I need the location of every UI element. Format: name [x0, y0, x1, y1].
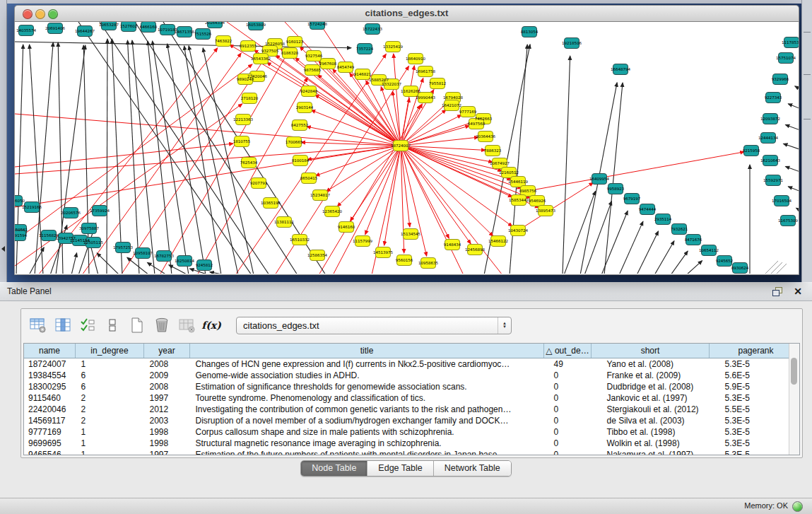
column-header[interactable]: name — [24, 344, 76, 358]
window-titlebar[interactable]: citations_edges.txt — [14, 5, 799, 22]
graph-node-label: 2718120 — [241, 96, 259, 100]
graph-node-label: 18640910 — [406, 57, 425, 61]
graph-node-label: 9146160 — [338, 225, 355, 229]
rows-icon[interactable] — [102, 316, 122, 334]
graph-node-label: 10674927 — [490, 161, 510, 165]
graph-node-label: 9890248 — [237, 77, 254, 81]
column-header[interactable]: △ out_de… — [544, 344, 592, 358]
citation-edge-black — [788, 104, 799, 112]
graph-node-label: 9391594 — [15, 233, 28, 238]
citation-edge-black — [686, 261, 702, 274]
graph-node-label: 7625434 — [240, 160, 258, 165]
graph-node-label: 19990443 — [416, 95, 435, 100]
graph-node-label: 12093872 — [760, 117, 780, 121]
float-panel-icon[interactable] — [772, 287, 782, 296]
graph-node-label: 12213363 — [233, 117, 253, 122]
graph-node-label: 14513975 — [373, 250, 393, 255]
graph-node-label: 6466160 — [140, 25, 158, 29]
graph-node-label: 11178534 — [782, 40, 799, 45]
graph-node-label: 9327505 — [261, 49, 279, 53]
graph-node-label: 1810755 — [233, 139, 251, 144]
citation-edge-black — [796, 208, 799, 215]
graph-node-label: 9207791 — [250, 181, 268, 185]
graph-node-label: 2967608 — [319, 62, 337, 66]
node-attribute-grid: namein_degreeyeartitle△ out_de…shortpage… — [24, 344, 800, 455]
table-select-value: citations_edges.txt — [237, 320, 319, 331]
table-toolbar-box: f(x) citations_edges.txt ▲▼ namein_degre… — [20, 308, 803, 458]
memory-status-indicator — [792, 501, 803, 512]
tab-network-table[interactable]: Network Table — [434, 461, 511, 476]
new-file-icon[interactable] — [127, 316, 147, 334]
table-row[interactable]: 1456911722003Disruption of a novel membe… — [24, 415, 800, 426]
table-select-dropdown[interactable]: citations_edges.txt ▲▼ — [236, 317, 512, 334]
graph-node-label: 9148434 — [444, 243, 461, 247]
citation-graph[interactable]: 1872400774638228912355152260589327505818… — [15, 22, 799, 274]
citation-edge-black — [30, 45, 43, 274]
citation-edge-black — [107, 39, 107, 274]
graph-node-label: 12365420 — [322, 209, 342, 214]
graph-node-label: 8454749 — [337, 65, 355, 69]
close-panel-icon[interactable]: ✕ — [794, 285, 802, 298]
graph-node-label: 8813054 — [521, 30, 539, 34]
column-header[interactable]: pagerank — [710, 344, 801, 358]
graph-node-label: 13895473 — [536, 209, 555, 213]
delete-trash-icon[interactable] — [152, 316, 172, 334]
column-header[interactable]: title — [190, 344, 544, 358]
graph-node-label: 9350561 — [15, 228, 28, 232]
graph-node-label: 2903144 — [296, 105, 314, 110]
graph-node-label: 11381111 — [274, 220, 294, 224]
graph-node-label: 11675309 — [778, 218, 798, 223]
citation-edge-red — [311, 110, 401, 146]
column-header[interactable]: year — [144, 344, 190, 358]
left-frame-strip — [0, 0, 7, 282]
table-scrollbar-thumb[interactable] — [791, 358, 797, 385]
graph-node-label: 16543362 — [251, 57, 271, 61]
top-frame-strip — [0, 0, 812, 4]
table-row[interactable]: 911546021997Tourette syndrome. Phenomeno… — [24, 392, 800, 404]
graph-node-label: 1700665 — [286, 140, 303, 144]
column-header[interactable]: in_degree — [76, 344, 144, 358]
graph-node-label: 15853442 — [509, 198, 529, 202]
graph-node-label: 15234817 — [310, 193, 330, 197]
network-canvas[interactable]: 1872400774638228912355152260589327505818… — [14, 22, 799, 275]
graph-node-label: 7932621 — [671, 227, 688, 231]
citation-edge-black — [71, 253, 77, 274]
citation-edge-red — [337, 146, 401, 206]
graph-node-label: 17957253 — [113, 245, 133, 250]
table-row[interactable]: 946554611997Estimation of the future num… — [24, 449, 800, 455]
graph-node-label: 17016504 — [772, 199, 792, 203]
graph-node-label: 20364436 — [476, 134, 495, 139]
graph-node-label: 9245812 — [196, 263, 213, 267]
graph-node-label: 15466122 — [488, 239, 508, 243]
table-row[interactable]: 1872400712008Changes of HCN gene express… — [24, 358, 800, 370]
citation-edge-black — [785, 124, 799, 133]
table-row[interactable]: 1938455462009Genome-wide association stu… — [24, 370, 800, 381]
graph-node-label: 15722433 — [363, 27, 382, 31]
function-icon[interactable]: f(x) — [201, 316, 221, 334]
graph-node-label: 8650415 — [300, 176, 318, 180]
tab-edge-table[interactable]: Edge Table — [367, 461, 433, 476]
citation-edge-red — [326, 146, 401, 192]
right-frame-strip — [801, 0, 812, 282]
graph-node-label: 12586354 — [307, 253, 327, 257]
table-panel-header: Table Panel ✕ — [0, 282, 812, 301]
table-row[interactable]: 977716911998Corpus callosum shape and si… — [24, 426, 800, 438]
citation-edge-black — [564, 191, 595, 274]
row-checks-icon[interactable] — [78, 316, 98, 334]
tab-node-table[interactable]: Node Table — [301, 461, 367, 476]
column-chooser-icon[interactable] — [53, 316, 73, 334]
graph-node-label: 19644267 — [75, 29, 95, 33]
graph-node-label: 7462663 — [475, 117, 493, 121]
table-row[interactable]: 969969511998Structural magnetic resonanc… — [24, 438, 800, 449]
graph-node-label: 8930624 — [731, 266, 749, 270]
table-panel: Table Panel ✕ — [0, 282, 812, 498]
table-scrollbar[interactable] — [789, 344, 799, 455]
table-settings-icon[interactable] — [28, 316, 48, 334]
cytoscape-app: citations_edges.txt 18724007746382289123… — [0, 0, 812, 514]
graph-node-label: 9329966 — [772, 77, 789, 81]
table-row[interactable]: 2242004622012Investigating the contribut… — [24, 404, 800, 415]
column-header[interactable]: short — [592, 344, 710, 358]
citation-edge-black — [127, 40, 139, 274]
table-row[interactable]: 1830029562008Estimation of significance … — [24, 381, 800, 392]
panel-collapse-arrow-icon[interactable] — [1, 246, 5, 252]
